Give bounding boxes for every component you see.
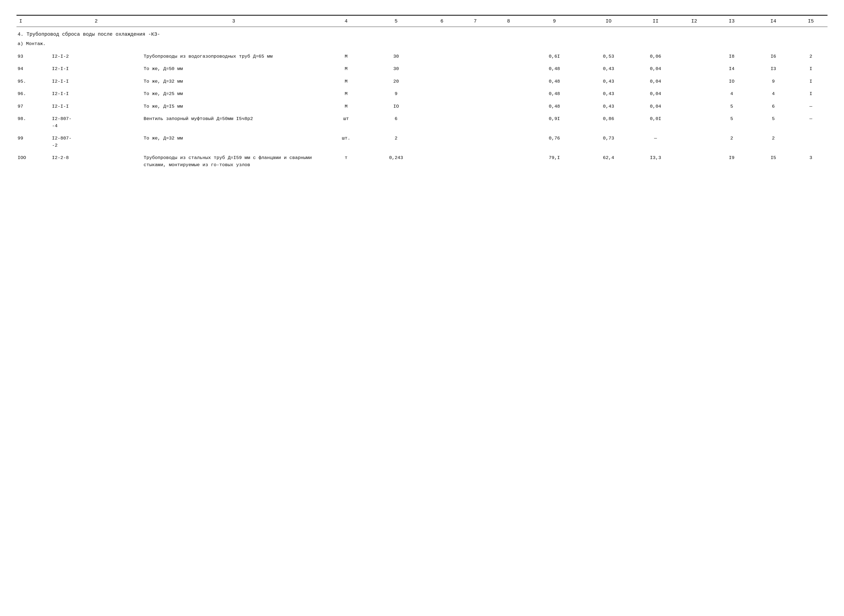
row-col12: [678, 63, 711, 75]
row-col8: [492, 152, 525, 171]
row-col14: 9: [753, 75, 794, 88]
row-col14: 6: [753, 100, 794, 113]
row-code: I2-I-I: [50, 75, 142, 88]
row-col9: 0,48: [525, 75, 584, 88]
row-col12: [678, 132, 711, 152]
row-col11: 0,04: [634, 88, 678, 100]
row-col8: [492, 113, 525, 132]
row-col7: [459, 100, 492, 113]
row-col11: 0,04: [634, 75, 678, 88]
row-col6: [425, 63, 459, 75]
row-num: 93: [16, 50, 50, 63]
row-col8: [492, 63, 525, 75]
row-col14: 4: [753, 88, 794, 100]
row-col11: 0,0I: [634, 113, 678, 132]
row-unit: М: [325, 63, 367, 75]
row-col10: 0,73: [584, 132, 634, 152]
col-header-13: I3: [711, 16, 753, 27]
col-header-1: I: [16, 16, 50, 27]
row-qty: 20: [367, 75, 425, 88]
row-col14: I6: [753, 50, 794, 63]
col-header-8: 8: [492, 16, 525, 27]
col-header-15: I5: [794, 16, 828, 27]
col-header-9: 9: [525, 16, 584, 27]
row-desc: Трубопроводы из водогазопроводных труб Д…: [142, 50, 325, 63]
row-desc: То же, Д=32 мм: [142, 75, 325, 88]
table-row: 93I2-I-2Трубопроводы из водогазопроводны…: [16, 50, 828, 63]
table-row: 99I2-807- -2То же, Д=32 ммшт.20,760,73—2…: [16, 132, 828, 152]
row-unit: М: [325, 88, 367, 100]
row-num: IOO: [16, 152, 50, 171]
row-qty: 2: [367, 132, 425, 152]
row-col9: 0,9I: [525, 113, 584, 132]
row-code: I2-I-I: [50, 100, 142, 113]
row-col15: —: [794, 113, 828, 132]
row-code: I2-807- -2: [50, 132, 142, 152]
row-col7: [459, 152, 492, 171]
col-header-14: I4: [753, 16, 794, 27]
section-title: 4. Трубопровод сброса воды после охлажде…: [16, 27, 828, 40]
row-unit: М: [325, 50, 367, 63]
row-col13: I4: [711, 63, 753, 75]
row-col15: I: [794, 63, 828, 75]
row-unit: М: [325, 75, 367, 88]
row-desc: То же, Д=I5 мм: [142, 100, 325, 113]
row-col14: 2: [753, 132, 794, 152]
row-col10: 0,43: [584, 88, 634, 100]
row-desc: То же, Д=25 мм: [142, 88, 325, 100]
row-col10: 0,86: [584, 113, 634, 132]
col-header-12: I2: [678, 16, 711, 27]
row-col7: [459, 88, 492, 100]
row-col13: I8: [711, 50, 753, 63]
row-col8: [492, 88, 525, 100]
row-col13: 4: [711, 88, 753, 100]
row-qty: 30: [367, 50, 425, 63]
table-row: 95.I2-I-IТо же, Д=32 ммМ200,480,430,04IO…: [16, 75, 828, 88]
row-col15: I: [794, 88, 828, 100]
row-col11: 0,04: [634, 100, 678, 113]
row-col9: 0,48: [525, 88, 584, 100]
row-col9: 0,6I: [525, 50, 584, 63]
row-col15: I: [794, 75, 828, 88]
row-col11: I3,3: [634, 152, 678, 171]
row-col12: [678, 100, 711, 113]
col-header-5: 5: [367, 16, 425, 27]
page-header: [16, 11, 828, 13]
row-col7: [459, 50, 492, 63]
row-col10: 0,53: [584, 50, 634, 63]
row-col6: [425, 75, 459, 88]
table-row: 97I2-I-IТо же, Д=I5 ммМIO0,480,430,0456—: [16, 100, 828, 113]
row-code: I2-807- -4: [50, 113, 142, 132]
row-col13: I9: [711, 152, 753, 171]
row-num: 99: [16, 132, 50, 152]
row-col10: 0,43: [584, 63, 634, 75]
row-col7: [459, 113, 492, 132]
row-col15: 2: [794, 50, 828, 63]
row-num: 97: [16, 100, 50, 113]
col-header-6: 6: [425, 16, 459, 27]
table-row: 96.I2-I-IТо же, Д=25 ммМ90,480,430,0444I: [16, 88, 828, 100]
row-unit: шт: [325, 113, 367, 132]
row-col9: 0,76: [525, 132, 584, 152]
row-desc: То же, Д=32 мм: [142, 132, 325, 152]
row-col13: IO: [711, 75, 753, 88]
row-desc: Вентиль запорный муфтовый Д=50мм I5ч8р2: [142, 113, 325, 132]
row-num: 96.: [16, 88, 50, 100]
row-col14: 5: [753, 113, 794, 132]
row-col10: 0,43: [584, 100, 634, 113]
row-desc: Трубопроводы из стальных труб Д=I59 мм с…: [142, 152, 325, 171]
col-header-11: II: [634, 16, 678, 27]
row-col9: 0,48: [525, 63, 584, 75]
row-col6: [425, 132, 459, 152]
row-unit: т: [325, 152, 367, 171]
col-header-10: IO: [584, 16, 634, 27]
row-num: 94: [16, 63, 50, 75]
row-col9: 79,I: [525, 152, 584, 171]
col-header-7: 7: [459, 16, 492, 27]
subsection-title: а) Монтаж.: [16, 39, 828, 50]
row-qty: 0,243: [367, 152, 425, 171]
table-row: IOOI2-2-8Трубопроводы из стальных труб Д…: [16, 152, 828, 171]
main-table: I23456789IOIII2I3I4I5 4. Трубопровод сбр…: [16, 15, 828, 171]
row-qty: 6: [367, 113, 425, 132]
row-desc: То же, Д=50 мм: [142, 63, 325, 75]
